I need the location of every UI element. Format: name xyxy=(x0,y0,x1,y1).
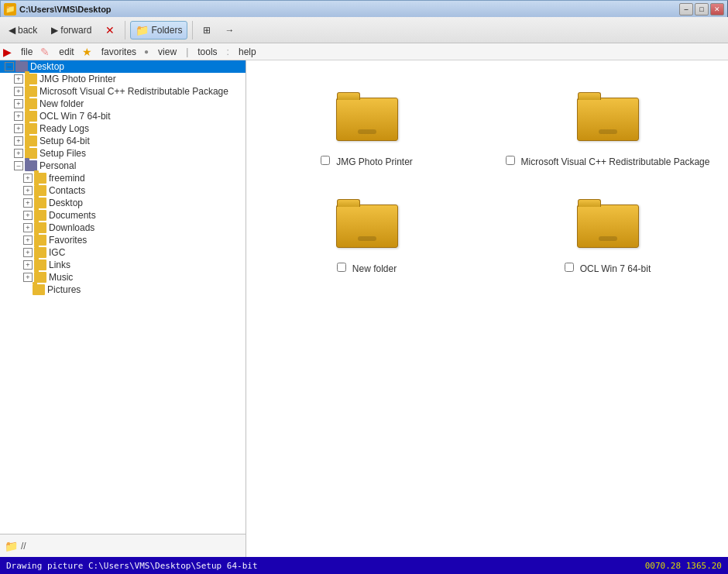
msvc-folder-body xyxy=(577,98,639,141)
tree-label-readylogs: Ready Logs xyxy=(39,123,89,134)
tree-toggle-setupfiles[interactable]: + xyxy=(14,149,23,158)
menu-favorites[interactable]: favorites xyxy=(95,45,143,59)
msvc-folder-checkbox[interactable] xyxy=(506,156,515,165)
desktop2-folder-icon xyxy=(34,198,46,208)
tree-toggle-desktop2[interactable]: + xyxy=(23,198,33,208)
forward-label: forward xyxy=(60,25,91,36)
menu-edit-icon: ✎ xyxy=(40,46,50,58)
tree-scroll-container[interactable]: – Desktop + JMG Photo Printer + Microsof… xyxy=(0,60,246,534)
toolbar-separator-1 xyxy=(125,21,125,40)
newfolder-folder-icon xyxy=(25,98,37,109)
tree-label-desktop-root: Desktop xyxy=(30,61,64,72)
new-folder-checkbox[interactable] xyxy=(337,263,346,272)
titlebar-left: 📁 C:\Users\VMS\Desktop xyxy=(4,3,112,15)
ocl-folder-name: OCL Win 7 64-bit xyxy=(580,263,651,274)
path-label: // xyxy=(21,541,26,552)
folder-item-new[interactable]: New folder xyxy=(262,198,472,274)
oclwin-folder-icon xyxy=(25,111,37,122)
tree-label-favorites: Favorites xyxy=(49,235,87,246)
tree-toggle-contacts[interactable]: + xyxy=(23,186,33,195)
menu-view[interactable]: view xyxy=(152,45,183,59)
tree-toggle-jmg[interactable]: + xyxy=(14,74,23,84)
jmg-folder-checkbox[interactable] xyxy=(321,156,330,165)
tree-item-oclwin[interactable]: + OCL Win 7 64-bit xyxy=(0,110,246,122)
tree-toggle-music[interactable]: + xyxy=(23,273,33,282)
tree-toggle-freemind[interactable]: + xyxy=(23,174,33,183)
tree-label-documents: Documents xyxy=(49,210,96,221)
tree-item-setup64[interactable]: + Setup 64-bit xyxy=(0,135,246,147)
right-panel[interactable]: JMG Photo Printer Microsoft Visual C++ R… xyxy=(246,60,728,557)
menu-tools[interactable]: tools xyxy=(191,45,223,59)
ocl-folder-body xyxy=(577,205,639,248)
forward-button[interactable]: ▶ forward xyxy=(46,22,97,39)
close-nav-icon: ✕ xyxy=(105,24,115,36)
main-container: – Desktop + JMG Photo Printer + Microsof… xyxy=(0,60,728,557)
tree-item-pictures[interactable]: Pictures xyxy=(0,284,246,296)
titlebar-buttons: – □ ✕ xyxy=(679,3,724,15)
view-icon: ⊞ xyxy=(203,25,211,36)
tree-toggle-favorites[interactable]: + xyxy=(23,235,33,245)
toolbar: ◀ back ▶ forward ✕ 📁 Folders ⊞ → xyxy=(0,17,728,43)
view-button[interactable]: ⊞ xyxy=(197,22,216,39)
tree-label-newfolder: New folder xyxy=(39,98,84,109)
tree-item-desktop-root[interactable]: – Desktop xyxy=(0,60,246,73)
folder-item-jmg[interactable]: JMG Photo Printer xyxy=(262,91,472,167)
tree-toggle-readylogs[interactable]: + xyxy=(14,124,23,133)
folders-button[interactable]: 📁 Folders xyxy=(130,21,187,40)
tree-toggle-personal[interactable]: – xyxy=(14,161,23,170)
tree-label-downloads: Downloads xyxy=(49,222,94,233)
tree-toggle-documents[interactable]: + xyxy=(23,211,33,220)
tree-toggle-root[interactable]: – xyxy=(5,62,14,71)
tree-item-setupfiles[interactable]: + Setup Files xyxy=(0,147,246,160)
jmg-folder-icon xyxy=(25,74,37,84)
minimize-button[interactable]: – xyxy=(679,3,693,15)
tree-toggle-downloads[interactable]: + xyxy=(23,223,33,232)
tree-label-desktop2: Desktop xyxy=(49,198,83,208)
tree-item-jmg[interactable]: + JMG Photo Printer xyxy=(0,73,246,85)
msvc-folder-name: Microsoft Visual C++ Redistributable Pac… xyxy=(521,156,710,167)
back-button[interactable]: ◀ back xyxy=(3,22,43,39)
msvc-folder-icon xyxy=(25,86,37,97)
forward-arrow-icon: ▶ xyxy=(51,25,58,36)
toolbar-separator-2 xyxy=(192,21,193,40)
tree-toggle-newfolder[interactable]: + xyxy=(14,99,23,108)
statusbar-left: Drawing picture C:\Users\VMS\Desktop\Set… xyxy=(6,561,258,571)
tree-toggle-oclwin[interactable]: + xyxy=(14,112,23,121)
path-icon: 📁 xyxy=(5,540,18,552)
tree-toggle-setup64[interactable]: + xyxy=(14,136,23,146)
tree-label-setupfiles: Setup Files xyxy=(39,148,86,159)
jmg-folder-name: JMG Photo Printer xyxy=(336,156,413,167)
jmg-folder-body xyxy=(336,98,398,141)
menu-file[interactable]: file xyxy=(15,45,39,59)
menu-help[interactable]: help xyxy=(232,45,263,59)
menu-edit[interactable]: edit xyxy=(53,45,80,59)
favorites-folder-icon xyxy=(34,235,46,246)
ocl-folder-checkbox[interactable] xyxy=(565,263,574,272)
folder-item-ocl[interactable]: OCL Win 7 64-bit xyxy=(503,198,713,274)
music-folder-icon xyxy=(34,272,46,283)
tools-button[interactable]: → xyxy=(219,22,239,39)
tree-item-msvc[interactable]: + Microsoft Visual C++ Redistributable P… xyxy=(0,85,246,98)
links-folder-icon xyxy=(34,260,46,270)
app-icon: 📁 xyxy=(4,3,16,15)
maximize-button[interactable]: □ xyxy=(695,3,709,15)
readylogs-folder-icon xyxy=(25,123,37,134)
left-panel: – Desktop + JMG Photo Printer + Microsof… xyxy=(0,60,246,557)
tree-toggle-igc[interactable]: + xyxy=(23,248,33,257)
msvc-folder-icon-large xyxy=(577,91,639,141)
tree-toggle-links[interactable]: + xyxy=(23,260,33,270)
titlebar: 📁 C:\Users\VMS\Desktop – □ ✕ xyxy=(0,0,728,17)
documents-folder-icon xyxy=(34,210,46,221)
left-bottom: 📁 // xyxy=(0,534,246,557)
tree-label-oclwin: OCL Win 7 64-bit xyxy=(39,111,111,122)
folder-item-msvc[interactable]: Microsoft Visual C++ Redistributable Pac… xyxy=(503,91,713,167)
tree-toggle-msvc[interactable]: + xyxy=(14,87,23,96)
pictures-folder-icon xyxy=(33,284,45,295)
tree-item-readylogs[interactable]: + Ready Logs xyxy=(0,122,246,135)
tree-item-newfolder[interactable]: + New folder xyxy=(0,98,246,110)
close-nav-button[interactable]: ✕ xyxy=(100,21,120,40)
tree-label-igc: IGC xyxy=(49,247,65,258)
statusbar: Drawing picture C:\Users\VMS\Desktop\Set… xyxy=(0,557,728,574)
close-button[interactable]: ✕ xyxy=(710,3,724,15)
menu-dot-icon: ● xyxy=(144,47,149,56)
